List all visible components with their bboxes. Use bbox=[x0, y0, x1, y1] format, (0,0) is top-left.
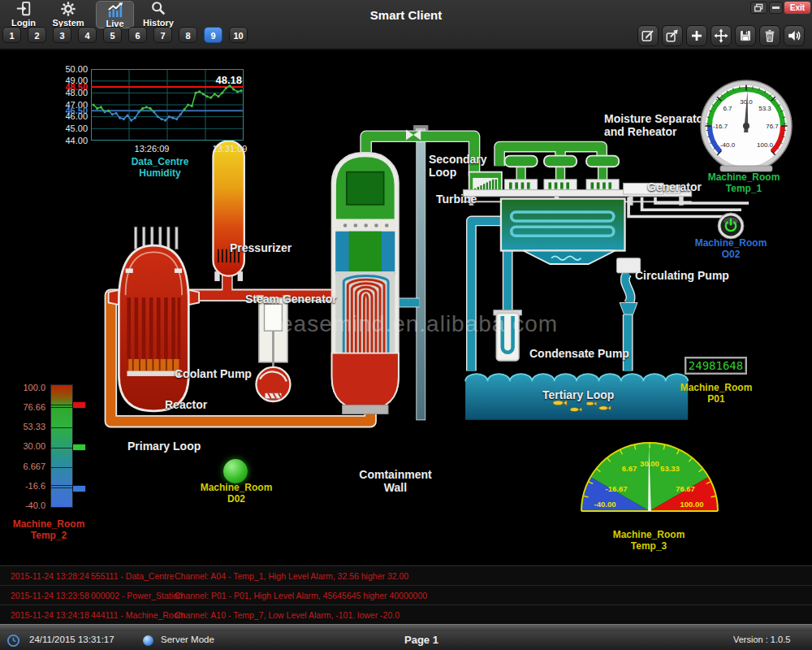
server-mode-label: Server Mode bbox=[161, 635, 214, 644]
svg-text:76.67: 76.67 bbox=[676, 484, 695, 493]
label-moisture-separator: Moisture Separatorand Reheator bbox=[604, 112, 708, 138]
temp2-value-marker bbox=[72, 444, 86, 451]
trend-ytick: 46.00 bbox=[49, 111, 88, 121]
gear-icon bbox=[59, 1, 77, 19]
history-search-icon bbox=[149, 1, 167, 19]
page-tab-4[interactable]: 4 bbox=[78, 27, 97, 43]
steam-generator-graphic bbox=[332, 153, 399, 414]
clock-icon bbox=[6, 634, 20, 648]
label-primary-loop: Primary Loop bbox=[127, 440, 201, 453]
page-tab-10[interactable]: 10 bbox=[229, 27, 248, 43]
o02-label: Machine_RoomO02 bbox=[674, 237, 788, 260]
label-steam-generator: Steam Generator bbox=[245, 292, 337, 306]
live-chart-icon bbox=[106, 2, 125, 20]
page-tab-6[interactable]: 6 bbox=[128, 27, 147, 43]
login-icon bbox=[15, 1, 32, 19]
page-indicator: Page 1 bbox=[404, 634, 438, 646]
alarm-device: 000002 - Power_Station bbox=[91, 586, 183, 605]
temp2-high-marker bbox=[72, 401, 86, 409]
statusbar-divider bbox=[0, 624, 812, 631]
trend-ytick: 44.00 bbox=[49, 136, 88, 145]
label-tertiary-loop: Tertiary Loop bbox=[542, 388, 614, 401]
svg-text:-16.67: -16.67 bbox=[606, 484, 628, 493]
smart-client-window: Login System Live History Smart Client 1… bbox=[0, 0, 812, 650]
label-secondary-loop: SecondaryLoop bbox=[429, 153, 487, 179]
page-tab-2[interactable]: 2 bbox=[28, 27, 46, 43]
svg-text:53.33: 53.33 bbox=[660, 464, 680, 473]
move-icon bbox=[714, 28, 728, 43]
alarm-message: Channel: A10 - Temp_7, Low Level Alarm, … bbox=[175, 605, 400, 625]
temp2-label: Machine_RoomTemp_2 bbox=[0, 518, 106, 541]
restore-button[interactable] bbox=[750, 2, 767, 14]
alarm-row[interactable]: 2015-11-24 13:28:24 555111 - Data_Centre… bbox=[0, 566, 812, 586]
trend-ytick: 45.00 bbox=[49, 124, 88, 133]
live-button[interactable]: Live bbox=[96, 1, 134, 28]
watermark-text: easemind.en.alibaba.com bbox=[280, 311, 558, 337]
exit-button[interactable]: Exit bbox=[784, 2, 810, 14]
history-button[interactable]: History bbox=[138, 1, 179, 27]
temp2-low-marker bbox=[72, 485, 86, 492]
label-circulating-pump: Circulating Pump bbox=[635, 269, 729, 282]
trend-ytick: 48.00 bbox=[49, 88, 88, 98]
edit-button[interactable] bbox=[637, 25, 659, 46]
temp2-tick: 53.33 bbox=[10, 422, 45, 431]
trend-title: Data_CentreHumidity bbox=[103, 156, 217, 179]
server-mode-icon bbox=[143, 635, 153, 646]
temp2-bar bbox=[50, 384, 73, 508]
temp2-tick: -16.6 bbox=[10, 481, 45, 491]
temp2-tick: 6.667 bbox=[10, 462, 45, 471]
p01-value-display: 24981648 bbox=[685, 357, 747, 375]
page-tab-7[interactable]: 7 bbox=[153, 27, 172, 43]
temp1-gauge: -40.0 -16.7 6.7 30.0 53.3 76.7 100.0 bbox=[699, 79, 793, 173]
svg-text:-16.7: -16.7 bbox=[713, 123, 728, 130]
alarm-time: 2015-11-24 13:24:18 bbox=[11, 605, 89, 625]
alarm-time: 2015-11-24 13:23:58 bbox=[11, 586, 89, 605]
login-button[interactable]: Login bbox=[6, 1, 41, 27]
label-pressurizer: Pressurizer bbox=[230, 241, 292, 254]
system-button[interactable]: System bbox=[49, 1, 88, 27]
restore-icon bbox=[754, 3, 764, 12]
temp3-gauge: -40.00 -16.67 6.67 30.00 53.33 76.67 100… bbox=[578, 441, 721, 514]
page-tab-8[interactable]: 8 bbox=[179, 27, 197, 43]
save-button[interactable] bbox=[735, 25, 756, 46]
svg-text:53.3: 53.3 bbox=[758, 105, 771, 112]
svg-text:100.00: 100.00 bbox=[680, 500, 703, 509]
alarm-time: 2015-11-24 13:28:24 bbox=[11, 566, 89, 586]
trend-xtick-end: 13:31:09 bbox=[201, 144, 258, 154]
svg-text:30.00: 30.00 bbox=[640, 459, 659, 468]
alarm-message: Channel: P01 - P01, High Level Alarm, 45… bbox=[175, 586, 427, 605]
containment-wall-graphic bbox=[417, 129, 425, 420]
d02-indicator-led bbox=[223, 459, 248, 483]
export-icon bbox=[665, 28, 680, 43]
add-button[interactable] bbox=[686, 25, 707, 46]
temp2-tick: 100.0 bbox=[10, 383, 45, 392]
svg-text:6.67: 6.67 bbox=[622, 464, 637, 473]
save-icon bbox=[738, 28, 753, 43]
plus-icon bbox=[689, 28, 704, 43]
minimize-button[interactable] bbox=[769, 2, 783, 14]
moisture-separator-drums bbox=[505, 156, 620, 181]
audio-button[interactable] bbox=[784, 25, 805, 46]
condenser bbox=[501, 199, 625, 264]
page-tab-1[interactable]: 1 bbox=[2, 27, 21, 43]
svg-text:76.7: 76.7 bbox=[766, 123, 779, 130]
delete-button[interactable] bbox=[759, 25, 780, 46]
svg-text:-40.0: -40.0 bbox=[720, 141, 736, 149]
circulating-pump-graphic bbox=[616, 258, 640, 314]
move-button[interactable] bbox=[710, 25, 732, 46]
svg-text:6.7: 6.7 bbox=[723, 105, 732, 112]
label-condensate-pump: Condensate Pump bbox=[529, 347, 629, 360]
d02-label: Machine_RoomD02 bbox=[179, 482, 293, 505]
speaker-icon bbox=[787, 28, 801, 43]
export-button[interactable] bbox=[662, 25, 683, 46]
temp2-tick: 76.66 bbox=[10, 402, 45, 412]
label-containment-wall: ComtainmentWall bbox=[347, 468, 444, 494]
page-tab-3[interactable]: 3 bbox=[53, 27, 71, 43]
page-tab-5[interactable]: 5 bbox=[103, 27, 122, 43]
status-bar: 24/11/2015 13:31:17 Server Mode Page 1 e… bbox=[0, 631, 812, 650]
alarm-row[interactable]: 2015-11-24 13:24:18 444111 - Machine_Roo… bbox=[0, 604, 812, 625]
alarm-row[interactable]: 2015-11-24 13:23:58 000002 - Power_Stati… bbox=[0, 585, 812, 605]
page-tab-9[interactable]: 9 bbox=[204, 27, 222, 43]
o02-power-button[interactable] bbox=[717, 212, 745, 240]
status-datetime: 24/11/2015 13:31:17 bbox=[29, 635, 114, 644]
